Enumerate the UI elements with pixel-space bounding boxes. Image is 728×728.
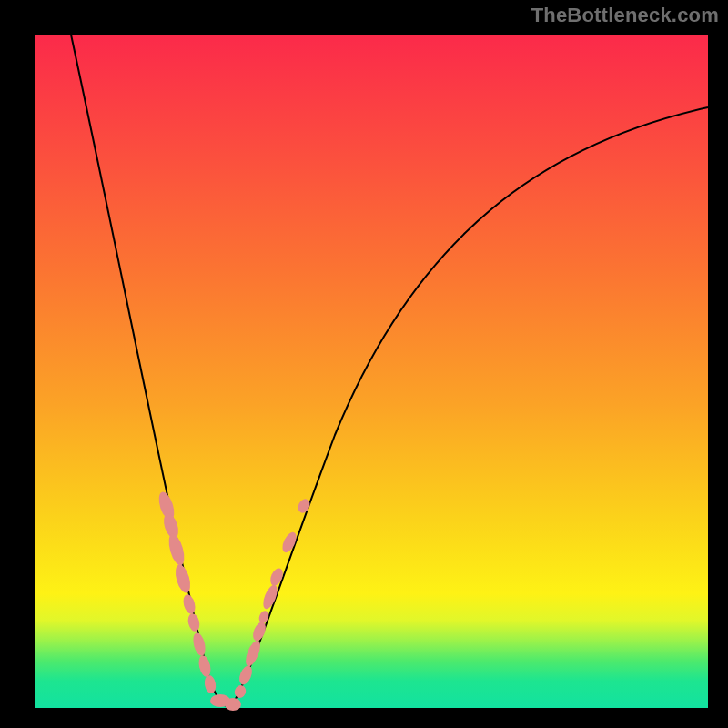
data-markers	[156, 490, 312, 711]
data-marker	[237, 664, 254, 687]
data-marker	[260, 583, 280, 611]
left-curve	[71, 35, 226, 706]
data-marker	[187, 612, 201, 632]
curves-svg	[35, 35, 708, 708]
data-marker	[258, 610, 271, 625]
data-marker	[173, 563, 193, 595]
plot-area	[35, 35, 708, 708]
data-marker	[225, 698, 241, 711]
data-marker	[191, 632, 207, 657]
data-marker	[166, 532, 187, 567]
data-marker	[233, 683, 248, 699]
watermark: TheBottleneck.com	[531, 4, 719, 27]
data-marker	[197, 654, 212, 678]
chart-frame: TheBottleneck.com	[0, 0, 728, 728]
right-curve	[231, 107, 708, 706]
data-marker	[181, 593, 197, 615]
